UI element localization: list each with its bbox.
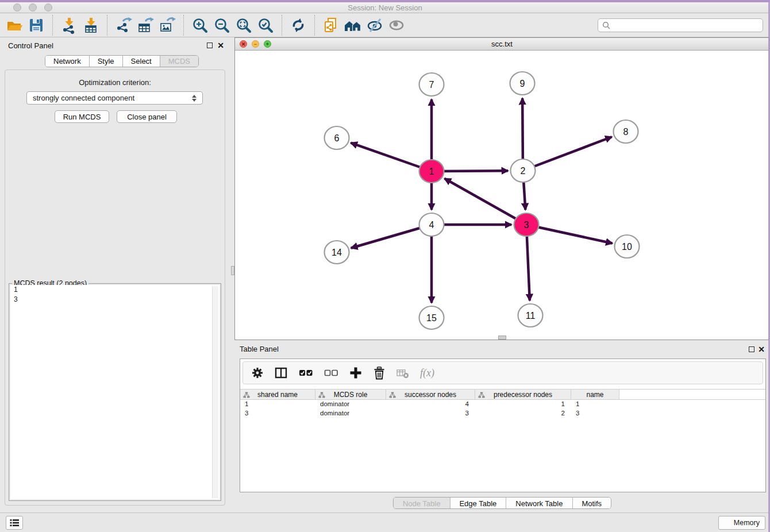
- show-all-button[interactable]: [386, 14, 407, 36]
- toolbar-separator: [282, 15, 282, 36]
- cell-predecessor-nodes[interactable]: 1: [475, 400, 571, 409]
- show-column-panel-button[interactable]: [275, 367, 288, 379]
- refresh-button[interactable]: [287, 14, 309, 36]
- close-panel-icon[interactable]: ✕: [217, 40, 224, 51]
- zoom-out-button[interactable]: [211, 14, 233, 36]
- close-panel-button[interactable]: Close panel: [117, 110, 177, 123]
- network-resize-handle[interactable]: [498, 336, 506, 340]
- close-network-button[interactable]: ✕: [240, 40, 247, 48]
- tab-network-table[interactable]: Network Table: [506, 498, 572, 509]
- checked-boxes-icon: [299, 367, 313, 379]
- table-panel-title: Table Panel: [240, 345, 279, 353]
- criterion-dropdown[interactable]: strongly connected component: [26, 91, 203, 105]
- tab-mcds[interactable]: MCDS: [160, 56, 198, 67]
- zoom-fit-button[interactable]: [233, 14, 255, 36]
- cell-successor-nodes[interactable]: 4: [386, 400, 475, 409]
- export-image-icon: [159, 17, 176, 34]
- tab-motifs[interactable]: Motifs: [572, 498, 611, 509]
- dropdown-stepper-icon: [192, 95, 197, 102]
- import-network-button[interactable]: [58, 14, 80, 36]
- zoom-selected-button[interactable]: [255, 14, 276, 36]
- graph-node-label-10: 10: [622, 242, 632, 252]
- maximize-network-button[interactable]: +: [264, 40, 271, 48]
- optimization-criterion-label: Optimization criterion:: [5, 78, 225, 87]
- graph-node-label-6: 6: [334, 133, 340, 143]
- table-row[interactable]: 3 dominator 3 2 3: [240, 409, 765, 418]
- graph-edge-3-10[interactable]: [526, 225, 613, 243]
- import-table-button[interactable]: [80, 14, 102, 36]
- select-all-columns-button[interactable]: [299, 367, 313, 379]
- export-network-icon: [115, 17, 132, 34]
- tab-select[interactable]: Select: [123, 56, 160, 67]
- task-history-button[interactable]: [6, 516, 23, 530]
- graph-node-label-1: 1: [429, 167, 434, 176]
- tree-icon: [478, 392, 485, 398]
- graph-edge-2-8[interactable]: [523, 137, 612, 171]
- column-header-mcds-role[interactable]: MCDS role: [315, 390, 386, 399]
- unselect-all-columns-button[interactable]: [324, 367, 338, 379]
- column-header-successor-nodes[interactable]: successor nodes: [386, 390, 475, 399]
- zoom-in-button[interactable]: [189, 14, 211, 36]
- cell-mcds-role[interactable]: dominator: [315, 409, 386, 418]
- window-title: Session: New Session: [0, 2, 770, 13]
- close-panel-icon[interactable]: ✕: [758, 344, 765, 354]
- network-canvas[interactable]: 7968124314101511: [235, 51, 769, 340]
- cell-mcds-role[interactable]: dominator: [315, 400, 386, 409]
- column-header-shared-name[interactable]: shared name: [240, 390, 315, 399]
- refresh-icon: [290, 17, 307, 34]
- memory-button[interactable]: Memory: [718, 516, 765, 530]
- run-mcds-button[interactable]: Run MCDS: [55, 110, 109, 123]
- result-list-scrollbar[interactable]: [212, 286, 218, 498]
- cell-shared-name[interactable]: 1: [240, 400, 315, 409]
- network-window-traffic-lights[interactable]: ✕ − +: [240, 40, 271, 48]
- float-panel-icon[interactable]: [207, 43, 213, 48]
- delete-column-button[interactable]: [373, 367, 386, 380]
- result-item[interactable]: 1: [10, 285, 220, 295]
- close-window-button[interactable]: [13, 3, 21, 11]
- homes-button[interactable]: [342, 14, 364, 36]
- minimize-network-button[interactable]: −: [252, 40, 259, 48]
- copy-network-icon: [322, 17, 340, 34]
- result-item[interactable]: 3: [10, 295, 220, 304]
- cell-name[interactable]: 1: [571, 400, 619, 409]
- hide-selected-button[interactable]: [364, 14, 386, 36]
- float-panel-icon[interactable]: [749, 346, 754, 352]
- network-window-titlebar[interactable]: ✕ − + scc.txt: [235, 38, 769, 51]
- delete-table-button[interactable]: [396, 367, 409, 379]
- trash-icon: [373, 367, 386, 380]
- window-traffic-lights[interactable]: [13, 3, 52, 11]
- export-network-button[interactable]: [113, 14, 134, 36]
- search-input[interactable]: [613, 21, 759, 29]
- mcds-result-group: MCDS result (2 nodes) 1 3: [9, 283, 221, 501]
- export-image-button[interactable]: [156, 14, 178, 36]
- column-header-name[interactable]: name: [571, 390, 619, 399]
- node-table: f(x) shared name MCDS role successor nod…: [240, 358, 766, 492]
- tab-network[interactable]: Network: [45, 56, 90, 67]
- table-settings-button[interactable]: [251, 367, 264, 379]
- save-session-button[interactable]: [25, 14, 47, 36]
- graph-node-label-9: 9: [520, 79, 525, 88]
- tab-edge-table[interactable]: Edge Table: [450, 498, 506, 509]
- toolbar-separator: [183, 15, 184, 36]
- tab-style[interactable]: Style: [90, 56, 123, 67]
- quick-search-field[interactable]: [598, 18, 763, 32]
- memory-label: Memory: [734, 519, 760, 527]
- create-column-button[interactable]: [349, 367, 362, 379]
- cell-successor-nodes[interactable]: 3: [386, 409, 475, 418]
- import-table-icon: [82, 17, 99, 34]
- maximize-window-button[interactable]: [44, 3, 52, 11]
- mcds-result-list[interactable]: 1 3: [10, 285, 220, 499]
- minimize-window-button[interactable]: [29, 3, 37, 11]
- cell-shared-name[interactable]: 3: [240, 409, 315, 418]
- graph-edge-3-1[interactable]: [445, 179, 526, 225]
- table-row[interactable]: 1 dominator 4 1 1: [240, 400, 765, 409]
- cell-name[interactable]: 3: [571, 409, 619, 418]
- control-panel-title: Control Panel: [8, 41, 53, 50]
- open-session-button[interactable]: [3, 14, 25, 36]
- export-table-button[interactable]: [134, 14, 156, 36]
- column-header-predecessor-nodes[interactable]: predecessor nodes: [475, 390, 571, 399]
- cell-predecessor-nodes[interactable]: 2: [475, 409, 571, 418]
- function-builder-button[interactable]: f(x): [420, 367, 434, 379]
- tab-node-table[interactable]: Node Table: [394, 498, 451, 509]
- copy-network-button[interactable]: [320, 14, 342, 36]
